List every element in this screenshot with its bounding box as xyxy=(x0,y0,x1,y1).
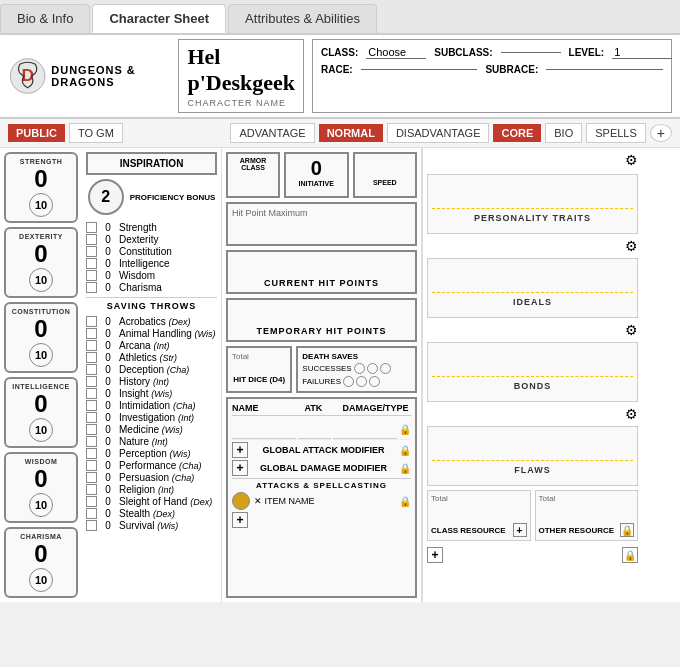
bonds-gear-icon[interactable]: ⚙ xyxy=(625,322,638,338)
initiative-value[interactable]: 0 xyxy=(289,157,344,180)
save-check[interactable] xyxy=(86,282,97,293)
temp-hp-value[interactable] xyxy=(232,304,411,326)
disadvantage-button[interactable]: DISADVANTAGE xyxy=(387,123,490,143)
skill-check[interactable] xyxy=(86,424,97,435)
skill-check[interactable] xyxy=(86,316,97,327)
add-bottom-button[interactable]: + xyxy=(427,547,443,563)
armor-class-value[interactable] xyxy=(231,171,275,193)
add-class-resource-button[interactable]: + xyxy=(513,523,527,537)
skill-check[interactable] xyxy=(86,376,97,387)
initiative-box[interactable]: 0 INITIATIVE xyxy=(284,152,349,198)
skill-check[interactable] xyxy=(86,508,97,519)
skill-check[interactable] xyxy=(86,448,97,459)
save-check[interactable] xyxy=(86,246,97,257)
skill-check[interactable] xyxy=(86,412,97,423)
add-section-button[interactable]: + xyxy=(650,124,672,142)
save-check[interactable] xyxy=(86,258,97,269)
success-circle-2[interactable] xyxy=(367,363,378,374)
strength-base[interactable]: 10 xyxy=(29,193,53,217)
skill-check[interactable] xyxy=(86,520,97,531)
add-damage-button[interactable]: + xyxy=(232,460,248,476)
class-value[interactable]: Choose xyxy=(366,46,426,59)
success-circle-1[interactable] xyxy=(354,363,365,374)
other-resource-total[interactable] xyxy=(539,503,635,521)
other-resource-lock[interactable]: 🔒 xyxy=(620,523,634,537)
personality-traits-content[interactable] xyxy=(432,179,633,209)
wisdom-base[interactable]: 10 xyxy=(29,493,53,517)
race-value[interactable] xyxy=(361,69,478,70)
class-resource-total[interactable] xyxy=(431,503,527,521)
strength-value[interactable]: 0 xyxy=(8,167,74,191)
skill-check[interactable] xyxy=(86,328,97,339)
skill-check[interactable] xyxy=(86,436,97,447)
attack-dmg-1[interactable] xyxy=(333,421,397,439)
add-item-button[interactable]: + xyxy=(232,512,248,528)
attack-name-1[interactable] xyxy=(232,421,296,439)
skill-check[interactable] xyxy=(86,484,97,495)
save-check[interactable] xyxy=(86,234,97,245)
attack-lock-1[interactable]: 🔒 xyxy=(399,424,411,435)
skill-check[interactable] xyxy=(86,496,97,507)
spells-button[interactable]: SPELLS xyxy=(586,123,646,143)
dexterity-base[interactable]: 10 xyxy=(29,268,53,292)
skill-name: Investigation (Int) xyxy=(119,412,194,423)
subclass-value[interactable] xyxy=(501,52,561,53)
inspiration-box[interactable]: INSPIRATION xyxy=(86,152,217,175)
failure-circle-1[interactable] xyxy=(343,376,354,387)
intelligence-base[interactable]: 10 xyxy=(29,418,53,442)
failure-circle-2[interactable] xyxy=(356,376,367,387)
success-circle-3[interactable] xyxy=(380,363,391,374)
constitution-value[interactable]: 0 xyxy=(8,317,74,341)
skill-check[interactable] xyxy=(86,340,97,351)
ideals-gear-icon[interactable]: ⚙ xyxy=(625,238,638,254)
charisma-base[interactable]: 10 xyxy=(29,568,53,592)
hp-max-value[interactable] xyxy=(232,218,411,240)
skill-check[interactable] xyxy=(86,364,97,375)
intelligence-value[interactable]: 0 xyxy=(8,392,74,416)
attack-name-col-header: NAME xyxy=(232,403,300,413)
armor-class-box[interactable]: ARMORCLASS xyxy=(226,152,280,198)
item-lock[interactable]: 🔒 xyxy=(399,496,411,507)
bottom-lock-icon[interactable]: 🔒 xyxy=(622,547,638,563)
flaws-content[interactable] xyxy=(432,431,633,461)
global-attack-lock[interactable]: 🔒 xyxy=(399,445,411,456)
level-value[interactable]: 1 xyxy=(612,46,672,59)
global-damage-lock[interactable]: 🔒 xyxy=(399,463,411,474)
save-check[interactable] xyxy=(86,222,97,233)
normal-button[interactable]: NORMAL xyxy=(319,124,383,142)
charisma-value[interactable]: 0 xyxy=(8,542,74,566)
core-button[interactable]: CORE xyxy=(493,124,541,142)
subrace-value[interactable] xyxy=(546,69,663,70)
save-check[interactable] xyxy=(86,270,97,281)
togm-button[interactable]: TO GM xyxy=(69,123,123,143)
skill-check[interactable] xyxy=(86,400,97,411)
skill-row: 0 Persuasion (Cha) xyxy=(86,472,217,483)
dexterity-value[interactable]: 0 xyxy=(8,242,74,266)
race-row: RACE: SUBRACE: xyxy=(321,64,663,75)
tab-attributes-abilities[interactable]: Attributes & Abilities xyxy=(228,4,377,33)
speed-value[interactable] xyxy=(358,157,413,179)
public-button[interactable]: PUBLIC xyxy=(8,124,65,142)
proficiency-bonus-value[interactable]: 2 xyxy=(88,179,124,215)
skill-check[interactable] xyxy=(86,460,97,471)
add-attack-button[interactable]: + xyxy=(232,442,248,458)
traits-gear-icon[interactable]: ⚙ xyxy=(625,152,638,168)
failure-circle-3[interactable] xyxy=(369,376,380,387)
ideals-content[interactable] xyxy=(432,263,633,293)
hit-dice-total[interactable] xyxy=(232,361,286,375)
wisdom-value[interactable]: 0 xyxy=(8,467,74,491)
flaws-gear-icon[interactable]: ⚙ xyxy=(625,406,638,422)
tab-character-sheet[interactable]: Character Sheet xyxy=(92,4,226,33)
tab-bio-info[interactable]: Bio & Info xyxy=(0,4,90,33)
skill-check[interactable] xyxy=(86,352,97,363)
speed-box[interactable]: SPEED xyxy=(353,152,418,198)
advantage-button[interactable]: ADVANTAGE xyxy=(230,123,314,143)
current-hp-value[interactable] xyxy=(232,256,411,278)
bio-button[interactable]: BIO xyxy=(545,123,582,143)
bonds-content[interactable] xyxy=(432,347,633,377)
attack-atk-1[interactable] xyxy=(298,421,330,439)
item-name-field[interactable]: ✕ ITEM NAME xyxy=(254,496,395,506)
skill-check[interactable] xyxy=(86,472,97,483)
constitution-base[interactable]: 10 xyxy=(29,343,53,367)
skill-check[interactable] xyxy=(86,388,97,399)
